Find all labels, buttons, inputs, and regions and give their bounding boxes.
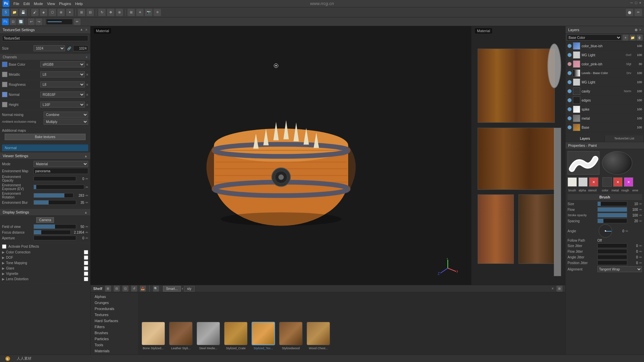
height-swatch[interactable] (2, 102, 7, 107)
flow-jitter-slider[interactable] (597, 249, 627, 254)
layer-spike[interactable]: spike 100 (566, 105, 644, 114)
layer-vis-8[interactable] (568, 107, 572, 111)
tone-arrow[interactable]: ▶ (2, 261, 5, 265)
size-jitter-slider[interactable] (597, 243, 627, 248)
vignette-check[interactable] (84, 272, 88, 276)
tool-grid[interactable]: ⊞ (127, 9, 135, 16)
brush-swatch-x3[interactable]: × (624, 177, 633, 187)
lens-arrow[interactable]: ▶ (2, 277, 5, 281)
shelf-tools[interactable]: Tools (91, 342, 137, 348)
brush-spacing-edit[interactable]: ✏ (639, 219, 642, 223)
shelf-hard-surfaces[interactable]: Hard Surfaces (91, 318, 137, 324)
env-exposure-edit[interactable]: ✏ (86, 185, 88, 189)
color-correction-arrow[interactable]: ▶ (2, 250, 5, 254)
flow-jitter-edit[interactable]: ✏ (639, 250, 642, 253)
vignette-arrow[interactable]: ▶ (2, 272, 5, 276)
shelf-particles[interactable]: Particles (91, 336, 137, 342)
env-rotation-edit[interactable]: ✏ (86, 194, 88, 197)
shelf-item-leather[interactable]: Leather Styli... (169, 322, 193, 350)
angle-jitter-edit[interactable]: ✏ (639, 255, 642, 259)
env-opacity-slider[interactable] (34, 176, 76, 181)
tool-camera[interactable]: 📷 (145, 9, 152, 16)
angle-jitter-slider[interactable] (597, 255, 627, 259)
toolbar2-redo[interactable]: ↪ (36, 18, 42, 25)
env-map-input[interactable] (34, 168, 88, 174)
layer-vis-5[interactable] (568, 80, 572, 84)
layer-color-pink[interactable]: color_pink-ish Slgt 30 (566, 60, 644, 69)
env-blur-slider[interactable] (34, 200, 76, 205)
toolbar-save[interactable]: 💾 (19, 9, 27, 16)
tool-settings[interactable]: ⚙ (154, 9, 161, 16)
tool-fill[interactable]: ⬡ (49, 9, 56, 16)
tool-3d-rotate[interactable]: ↻ (98, 9, 106, 16)
brush-stroke-edit[interactable]: ✏ (639, 214, 642, 217)
env-opacity-edit[interactable]: ✏ (86, 177, 88, 181)
shelf-item-wood-chest[interactable]: Wood Chest... (307, 322, 330, 350)
position-jitter-edit[interactable]: ✏ (639, 261, 642, 265)
env-rotation-slider[interactable] (34, 193, 73, 198)
toolbar2-undo[interactable]: ↩ (28, 18, 35, 25)
roughness-format[interactable]: L8 (40, 81, 85, 87)
shelf-icon2[interactable]: ⊟ (114, 286, 120, 292)
brush-swatch-1[interactable] (568, 177, 577, 187)
aperture-edit[interactable]: ✏ (86, 236, 88, 240)
layer-edges[interactable]: edges 100 (566, 96, 644, 105)
focus-dist-edit[interactable]: ✏ (86, 231, 88, 234)
layer-mg-light-1[interactable]: MG Light Ovrl 100 (566, 51, 644, 60)
layers-close[interactable]: × (639, 27, 641, 32)
shelf-close[interactable]: × (551, 286, 554, 291)
toolbar2-icon2[interactable]: ⊡ (10, 18, 16, 25)
display-collapse[interactable]: ▲ (84, 210, 88, 214)
layers-settings[interactable]: ⚙ (635, 28, 638, 32)
textureset-name-input[interactable] (2, 35, 88, 41)
shelf-materials[interactable]: Materials (91, 348, 137, 354)
brush-swatch-2[interactable] (578, 177, 588, 187)
brush-stroke-slider[interactable] (597, 213, 627, 218)
shelf-tab-sty[interactable]: sty (184, 286, 195, 292)
shelf-icon4[interactable]: ↺ (131, 286, 137, 292)
post-effects-checkbox[interactable] (2, 244, 6, 249)
shelf-brushes[interactable]: Brushes (91, 330, 137, 336)
layers-delete[interactable]: 🗑 (637, 35, 643, 41)
shelf-icon1[interactable]: ⊞ (105, 286, 111, 292)
shelf-tab-smart[interactable]: Smart... (163, 286, 181, 292)
shelf-item-crate[interactable]: Stylized_Crate (224, 322, 248, 350)
menu-file[interactable]: File (13, 2, 19, 6)
bake-textures-btn[interactable]: Bake textures (5, 134, 86, 140)
layer-vis-10[interactable] (568, 125, 572, 129)
glare-check[interactable] (84, 266, 88, 270)
brush-flow-edit[interactable]: ✏ (639, 208, 642, 212)
layer-metal[interactable]: metal 100 (566, 114, 644, 123)
normal-swatch[interactable] (2, 92, 7, 97)
tool-select[interactable]: ⊟ (87, 9, 94, 16)
textureset-expand[interactable]: ▲ (80, 27, 83, 32)
metallic-format[interactable]: L8 (40, 71, 85, 77)
size-select[interactable]: 10245122048 (34, 45, 65, 51)
lens-check[interactable] (84, 277, 88, 281)
brush-spacing-slider[interactable] (597, 219, 627, 223)
right-tab-layers[interactable]: Layers (566, 135, 605, 142)
dof-check[interactable] (84, 255, 88, 260)
shelf-grunges[interactable]: Grunges (91, 300, 137, 306)
layer-vis-3[interactable] (568, 62, 572, 66)
layers-folder[interactable]: 📁 (630, 35, 636, 41)
env-exposure-slider[interactable] (34, 185, 84, 189)
tool-clone[interactable]: ⊕ (57, 9, 65, 16)
normal-format[interactable]: RGB16F (40, 92, 85, 98)
layer-cavity[interactable]: cavity Norm 100 (566, 87, 644, 96)
tool-light[interactable]: ☀ (136, 9, 144, 16)
brush-size-slider[interactable] (597, 201, 627, 206)
brush-swatch-3[interactable] (602, 177, 612, 187)
shelf-icon5[interactable]: 📥 (140, 286, 146, 292)
layer-vis-9[interactable] (568, 116, 572, 120)
alignment-select[interactable]: Tangent Wrap (597, 266, 642, 272)
fov-edit[interactable]: ✏ (86, 225, 88, 229)
dof-arrow[interactable]: ▶ (2, 256, 5, 259)
size-jitter-edit[interactable]: ✏ (639, 244, 642, 248)
shelf-item-steel[interactable]: Steel Medie... (197, 322, 220, 350)
layer-vis-1[interactable] (568, 44, 572, 48)
toolbar2-pencil[interactable]: ✏ (74, 18, 80, 25)
channels-add[interactable]: + (86, 55, 88, 59)
menu-mode[interactable]: Mode (34, 2, 43, 6)
aperture-slider[interactable] (34, 236, 76, 240)
